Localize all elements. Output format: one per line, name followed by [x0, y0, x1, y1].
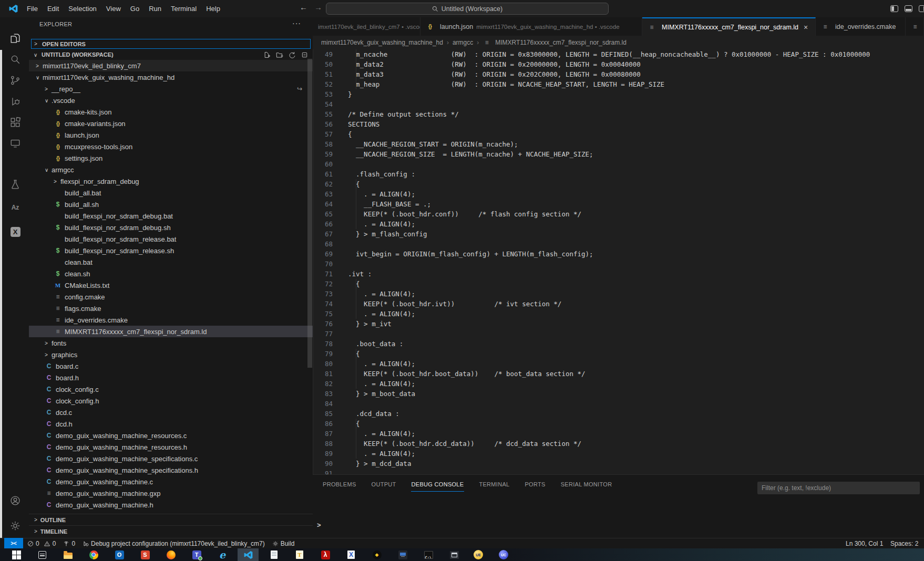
- code-line-59[interactable]: 59 __NCACHE_REGION_SIZE = LENGTH(m_ncach…: [314, 149, 593, 159]
- menu-file[interactable]: File: [22, 5, 43, 13]
- editor-tab-l[interactable]: ≡l: [906, 17, 924, 36]
- panel-tab-terminal[interactable]: TERMINAL: [478, 476, 510, 491]
- code-line-61[interactable]: 61 .flash_config :: [314, 169, 415, 179]
- activity-azure-icon[interactable]: Az: [7, 200, 23, 215]
- tree-item-demo_guix_washing_machine_specifications.c[interactable]: Cdemo_guix_washing_machine_specification…: [29, 453, 313, 464]
- tree-item-CMakeLists.txt[interactable]: MCMakeLists.txt: [29, 279, 313, 291]
- code-line-89[interactable]: 89 . = ALIGN(4);: [314, 449, 415, 459]
- code-line-62[interactable]: 62 {: [314, 179, 360, 189]
- tree-item-build_flexspi_nor_sdram_release.bat[interactable]: build_flexspi_nor_sdram_release.bat: [29, 233, 313, 245]
- tree-item-build_flexspi_nor_sdram_debug.bat[interactable]: build_flexspi_nor_sdram_debug.bat: [29, 210, 313, 222]
- activity-remote-explorer-icon[interactable]: [7, 136, 23, 151]
- tree-item-demo_guix_washing_machine_specifications.h[interactable]: Cdemo_guix_washing_machine_specification…: [29, 464, 313, 476]
- code-line-49[interactable]: 49 m_ncache (RW) : ORIGIN = 0x83000000, …: [314, 49, 870, 59]
- problems-status[interactable]: 0 0: [27, 540, 56, 547]
- code-line-51[interactable]: 51 m_data3 (RW) : ORIGIN = 0x202C0000, L…: [314, 69, 641, 79]
- code-line-81[interactable]: 81 KEEP(* (.boot_hdr.boot_data)) /* boot…: [314, 369, 586, 379]
- line-col-indicator[interactable]: Ln 300, Col 1: [846, 540, 883, 547]
- tree-item-ide_overrides.cmake[interactable]: ≡ide_overrides.cmake: [29, 314, 313, 326]
- toggle-secondary-sidebar-icon[interactable]: [919, 5, 924, 12]
- code-line-55[interactable]: 55/* Define output sections */: [314, 109, 459, 119]
- activity-x-tools-icon[interactable]: X: [7, 224, 23, 240]
- tree-item-cmake-kits.json[interactable]: {}cmake-kits.json: [29, 106, 313, 118]
- code-line-50[interactable]: 50 m_data2 (RW) : ORIGIN = 0x20000000, L…: [314, 59, 641, 69]
- timeline-section[interactable]: > TIMELINE: [29, 525, 313, 537]
- tree-item-clean.sh[interactable]: $clean.sh: [29, 268, 313, 279]
- remote-indicator[interactable]: ><: [4, 538, 23, 549]
- taskbar-chrome-icon[interactable]: [83, 548, 104, 561]
- breadcrumb-item[interactable]: MIMXRT1176xxxxx_cm7_flexspi_nor_sdram.ld: [495, 39, 627, 46]
- activity-settings-gear-icon[interactable]: [7, 518, 23, 534]
- taskbar-window-app-icon[interactable]: [444, 548, 465, 561]
- tree-item-demo_guix_washing_machine.c[interactable]: Cdemo_guix_washing_machine.c: [29, 476, 313, 487]
- taskbar-notepad-icon[interactable]: [263, 548, 284, 561]
- toggle-panel-icon[interactable]: [905, 5, 912, 12]
- breadcrumb-item[interactable]: mimxrt1170evk_guix_washing_machine_hd: [321, 39, 443, 46]
- code-line-84[interactable]: 84: [314, 399, 348, 409]
- tree-item-demo_guix_washing_machine_resources.h[interactable]: Cdemo_guix_washing_machine_resources.h: [29, 441, 313, 453]
- taskbar-diamond-app-icon[interactable]: ◆: [366, 548, 387, 561]
- nav-forward-icon[interactable]: →: [314, 3, 322, 12]
- taskbar-ultraedit-icon[interactable]: UE: [468, 548, 489, 561]
- tree-item-board.h[interactable]: Cboard.h: [29, 372, 313, 383]
- code-line-63[interactable]: 63 . = ALIGN(4);: [314, 189, 415, 199]
- code-line-65[interactable]: 65 KEEP(* (.boot_hdr.conf)) /* flash con…: [314, 209, 581, 219]
- panel-tab-ports[interactable]: PORTS: [524, 476, 546, 491]
- tree-item-demo_guix_washing_machine.gxp[interactable]: ≡demo_guix_washing_machine.gxp: [29, 487, 313, 499]
- tree-item-fonts[interactable]: >fonts: [29, 337, 313, 349]
- debug-filter-input[interactable]: [757, 482, 920, 494]
- code-line-85[interactable]: 85 .dcd_data :: [314, 409, 399, 419]
- code-line-87[interactable]: 87 . = ALIGN(4);: [314, 429, 415, 439]
- tree-item-build_all.sh[interactable]: $build_all.sh: [29, 199, 313, 210]
- panel-tab-serial-monitor[interactable]: SERIAL MONITOR: [560, 476, 613, 491]
- tree-item-demo_guix_washing_machine.h[interactable]: Cdemo_guix_washing_machine.h: [29, 499, 313, 511]
- tree-item-build_flexspi_nor_sdram_debug.sh[interactable]: $build_flexspi_nor_sdram_debug.sh: [29, 222, 313, 233]
- tree-item-launch.json[interactable]: {}launch.json: [29, 129, 313, 141]
- activity-source-control-icon[interactable]: [7, 72, 23, 88]
- taskbar-remote-desktop-icon[interactable]: [392, 548, 413, 561]
- code-line-54[interactable]: 54: [314, 99, 348, 109]
- taskbar-terminal-cmd-icon[interactable]: C:\_: [418, 548, 439, 561]
- tree-item-mimxrt1170evk_guix_washing_machine_hd[interactable]: ∨mimxrt1170evk_guix_washing_machine_hd: [29, 71, 313, 83]
- taskbar-task-view-icon[interactable]: [32, 548, 53, 561]
- activity-run-debug-icon[interactable]: [7, 94, 23, 109]
- menu-selection[interactable]: Selection: [64, 5, 101, 13]
- tree-item-clock_config.h[interactable]: Cclock_config.h: [29, 395, 313, 407]
- debug-config-status[interactable]: Debug project configuration (mimxrt1170e…: [83, 540, 265, 547]
- menu-run[interactable]: Run: [144, 5, 166, 13]
- menu-view[interactable]: View: [101, 5, 126, 13]
- tree-item-__repo__[interactable]: >__repo__↪: [29, 83, 313, 95]
- taskbar-acrobat-icon[interactable]: λ: [315, 548, 336, 561]
- code-line-67[interactable]: 67 } > m_flash_config: [314, 229, 427, 239]
- command-center-search[interactable]: Untitled (Workspace): [326, 3, 609, 15]
- taskbar-ultracompare-icon[interactable]: UC: [493, 548, 514, 561]
- tree-item-dcd.c[interactable]: Cdcd.c: [29, 407, 313, 418]
- new-folder-icon[interactable]: [274, 50, 284, 59]
- code-line-60[interactable]: 60: [314, 159, 348, 169]
- code-line-64[interactable]: 64 __FLASH_BASE = .;: [314, 199, 431, 209]
- editor-tab-imxrt1170evk_iled_blinky_cm7 • .vscode[interactable]: imxrt1170evk_iled_blinky_cm7 • .vscode: [313, 17, 420, 36]
- code-line-74[interactable]: 74 KEEP(* (.boot_hdr.ivt)) /* ivt sectio…: [314, 299, 561, 309]
- taskbar-firefox-icon[interactable]: [160, 548, 181, 561]
- tree-item-graphics[interactable]: >graphics: [29, 349, 313, 360]
- collapse-all-icon[interactable]: [299, 50, 310, 59]
- taskbar-vscode-icon[interactable]: [238, 548, 259, 561]
- menu-go[interactable]: Go: [126, 5, 144, 13]
- activity-extensions-icon[interactable]: [7, 115, 23, 130]
- debug-console-prompt[interactable]: >: [317, 521, 321, 529]
- tree-item-flexspi_nor_sdram_debug[interactable]: >flexspi_nor_sdram_debug: [29, 175, 313, 187]
- activity-search-icon[interactable]: [7, 51, 23, 67]
- code-line-66[interactable]: 66 . = ALIGN(4);: [314, 219, 415, 229]
- taskbar-sublime-text-icon[interactable]: S: [135, 548, 156, 561]
- menu-edit[interactable]: Edit: [43, 5, 64, 13]
- code-line-72[interactable]: 72 {: [314, 279, 360, 289]
- taskbar-start-icon[interactable]: [6, 548, 27, 561]
- toggle-sidebar-icon[interactable]: [890, 5, 898, 12]
- panel-tab-debug-console[interactable]: DEBUG CONSOLE: [411, 476, 465, 492]
- editor-tab-ide_overrides.cmake[interactable]: ≡ide_overrides.cmake: [816, 17, 906, 36]
- code-line-90[interactable]: 90 } > m_dcd_data: [314, 459, 411, 469]
- code-line-88[interactable]: 88 KEEP(* (.boot_hdr.dcd_data)) /* dcd_d…: [314, 439, 581, 449]
- taskbar-outlook-icon[interactable]: O: [109, 548, 130, 561]
- code-line-79[interactable]: 79 {: [314, 349, 360, 359]
- code-line-75[interactable]: 75 . = ALIGN(4);: [314, 309, 415, 319]
